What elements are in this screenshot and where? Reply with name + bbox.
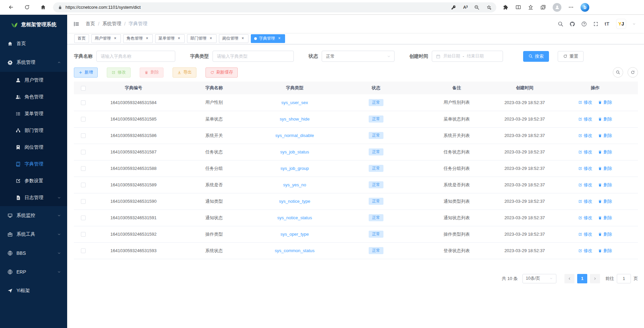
add-favorite-icon[interactable] [486,5,492,10]
delete-row-button[interactable]: 删除 [598,149,612,155]
edit-row-button[interactable]: 修改 [578,248,592,254]
browser-refresh-button[interactable] [21,1,33,13]
sidebar-item-dept-management[interactable]: 部门管理 [0,122,67,139]
edit-row-button[interactable]: 修改 [578,198,592,204]
page-size-select[interactable]: 10条/页 [522,274,556,283]
edit-row-button[interactable]: 修改 [578,182,592,188]
delete-row-button[interactable]: 删除 [598,231,612,237]
edit-button[interactable]: 修改 [107,67,131,78]
delete-row-button[interactable]: 删除 [598,198,612,204]
dict-type-link[interactable]: sys_job_status [280,149,309,154]
sidebar-item-bbs[interactable]: BBS [0,244,67,263]
row-checkbox[interactable] [81,100,86,105]
delete-row-button[interactable]: 删除 [598,99,612,105]
edit-row-button[interactable]: 修改 [578,231,592,237]
close-tab-icon[interactable]: × [209,36,213,41]
tab-post-management[interactable]: 岗位管理× [219,34,248,43]
edit-row-button[interactable]: 修改 [578,99,592,105]
sidebar-item-dict-management[interactable]: 字典管理 [0,156,67,173]
search-button[interactable]: 搜索 [523,51,549,62]
date-range-picker[interactable]: 开始日期 - 结束日期 [432,51,503,62]
sidebar-item-menu-management[interactable]: 菜单管理 [0,105,67,122]
sidebar-item-home[interactable]: 首页 [0,34,67,53]
row-checkbox[interactable] [81,183,86,187]
dict-type-link[interactable]: sys_normal_disable [275,133,314,138]
tab-menu-management[interactable]: 菜单管理× [155,34,185,43]
close-tab-icon[interactable]: × [145,36,149,41]
sidebar-item-log-management[interactable]: 日志管理 [0,189,67,206]
split-screen-icon[interactable] [515,4,521,10]
edit-row-button[interactable]: 修改 [578,133,592,139]
refresh-cache-button[interactable]: 刷新缓存 [205,67,238,78]
sidebar-item-system-monitor[interactable]: 系统监控 [0,206,67,225]
sidebar-item-param-settings[interactable]: 参数设置 [0,173,67,189]
font-size-icon[interactable]: tT [605,21,609,27]
close-tab-icon[interactable]: × [177,36,181,41]
delete-row-button[interactable]: 删除 [598,133,612,139]
row-checkbox[interactable] [81,248,86,253]
sidebar-item-yi-framework[interactable]: Yi框架 [0,281,67,300]
password-key-icon[interactable] [451,5,456,10]
browser-address-bar[interactable]: https://ccnetcore.com:1101/system/dict A… [53,2,496,12]
help-icon[interactable] [581,21,587,27]
row-checkbox[interactable] [81,133,86,138]
sidebar-item-user-management[interactable]: 用户管理 [0,72,67,89]
close-tab-icon[interactable]: × [113,36,118,41]
browser-profile-avatar[interactable] [553,3,561,12]
user-avatar-logo[interactable]: YJ [616,19,626,29]
sidebar-item-post-management[interactable]: 岗位管理 [0,139,67,156]
delete-row-button[interactable]: 删除 [598,116,612,122]
app-logo[interactable]: 意框架管理系统 [0,15,67,34]
edit-row-button[interactable]: 修改 [578,215,592,221]
delete-row-button[interactable]: 删除 [598,248,612,254]
delete-button[interactable]: 删除 [140,67,164,78]
dict-type-link[interactable]: sys_oper_type [280,232,309,237]
refresh-table-button[interactable] [628,67,638,78]
extensions-icon[interactable] [503,4,509,10]
close-tab-icon[interactable]: × [277,36,282,41]
close-tab-icon[interactable]: × [240,36,245,41]
row-checkbox[interactable] [81,232,86,237]
dict-type-link[interactable]: sys_common_status [275,248,315,253]
edit-row-button[interactable]: 修改 [578,116,592,122]
dict-type-link[interactable]: sys_show_hide [280,116,310,122]
delete-row-button[interactable]: 删除 [598,182,612,188]
add-button[interactable]: 新增 [74,67,98,78]
zoom-icon[interactable] [474,5,479,10]
sidebar-item-system-tools[interactable]: 系统工具 [0,225,67,244]
fullscreen-icon[interactable] [593,21,599,27]
favorites-icon[interactable] [528,4,534,10]
read-aloud-icon[interactable]: A)) [463,5,467,10]
row-checkbox[interactable] [81,216,86,220]
browser-menu-icon[interactable] [568,4,574,10]
next-page-button[interactable] [590,274,600,283]
row-checkbox[interactable] [81,117,86,122]
dict-type-link[interactable]: sys_notice_type [279,199,310,204]
chevron-down-icon[interactable] [632,22,636,26]
tab-role-management[interactable]: 角色管理× [123,34,153,43]
edit-row-button[interactable]: 修改 [578,149,592,155]
dict-type-link[interactable]: sys_yes_no [283,182,306,187]
prev-page-button[interactable] [564,274,574,283]
dict-name-input[interactable] [96,51,175,62]
reset-button[interactable]: 重置 [558,51,584,62]
toggle-search-button[interactable] [613,67,623,78]
row-checkbox[interactable] [81,199,86,204]
export-button[interactable]: 导出 [173,67,196,78]
copilot-bing-icon[interactable]: b [581,3,589,12]
row-checkbox[interactable] [81,150,86,154]
edit-row-button[interactable]: 修改 [578,166,592,172]
github-icon[interactable] [569,21,575,27]
row-checkbox[interactable] [81,166,86,171]
tab-home[interactable]: 首页 [74,34,89,43]
sidebar-item-role-management[interactable]: 角色管理 [0,89,67,105]
collections-icon[interactable] [540,4,546,10]
browser-home-button[interactable] [37,1,49,13]
header-search-icon[interactable] [558,21,563,27]
breadcrumb-system[interactable]: 系统管理 [102,21,121,27]
browser-back-button[interactable] [5,1,17,13]
sidebar-toggle-icon[interactable] [73,21,80,27]
tab-dept-management[interactable]: 部门管理× [187,34,217,43]
status-select[interactable]: 正常 [322,51,395,62]
sidebar-item-system-management[interactable]: 系统管理 [0,53,67,72]
